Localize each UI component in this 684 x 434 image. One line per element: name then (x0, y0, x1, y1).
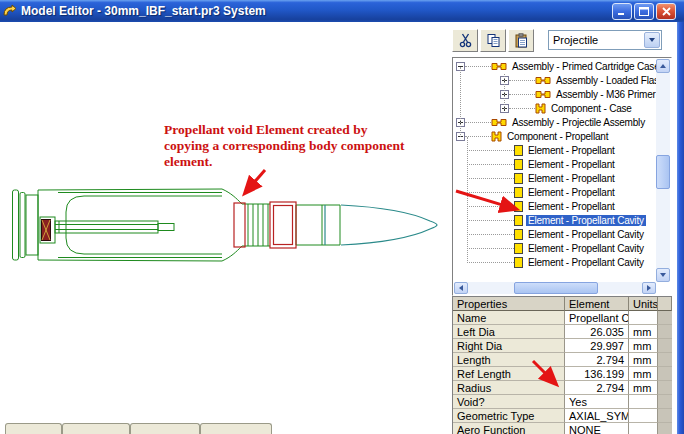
property-fill (658, 381, 672, 395)
property-name: Right Dia (453, 339, 565, 353)
property-fill (658, 353, 672, 367)
tree-item[interactable]: Assembly - Projectile Assembly (454, 115, 656, 129)
paste-button[interactable] (508, 29, 534, 52)
tree-item-label: Element - Propellant Cavity (526, 229, 646, 240)
tree-item[interactable]: Element - Propellant (454, 199, 656, 213)
property-units (629, 409, 658, 423)
tree-item[interactable]: Assembly - M36 Primer (454, 87, 656, 101)
property-units: mm (629, 353, 658, 367)
scroll-down-icon[interactable] (656, 268, 670, 282)
property-value[interactable]: AXIAL_SYMI (565, 409, 629, 423)
component-icon-wrap (491, 131, 502, 142)
tree-connector (467, 192, 514, 193)
model-type-dropdown[interactable]: Projectile (548, 30, 662, 50)
app-icon (2, 4, 17, 19)
minimize-button[interactable] (612, 3, 632, 20)
cut-icon (458, 33, 473, 48)
tree-item-label: Element - Propellant (526, 187, 617, 198)
property-fill (658, 325, 672, 339)
tree-item[interactable]: Element - Propellant (454, 143, 656, 157)
maximize-button[interactable] (634, 3, 654, 20)
cartridge-drawing-canvas[interactable] (0, 160, 450, 300)
assembly-icon-wrap (491, 117, 507, 128)
tree-item[interactable]: Element - Propellant Cavity (454, 227, 656, 241)
property-units: mm (629, 325, 658, 339)
bottom-tab[interactable] (200, 423, 272, 434)
tree-horizontal-scrollbar[interactable] (454, 282, 656, 294)
tree-connector (509, 108, 535, 109)
tree-item-label: Element - Propellant (526, 201, 617, 212)
annotation-line: Propellant void Element created by (164, 122, 464, 138)
close-button[interactable] (656, 3, 676, 20)
tree-item[interactable]: Element - Propellant (454, 157, 656, 171)
tree-connector (467, 150, 514, 151)
scrollbar-thumb[interactable] (656, 155, 670, 189)
property-value[interactable]: 136.199 (565, 367, 629, 381)
bottom-tab[interactable] (5, 423, 62, 434)
scroll-right-icon[interactable] (642, 282, 656, 294)
maximize-icon (639, 7, 649, 16)
highlighted-void-elements (234, 202, 296, 248)
tree-item[interactable]: Assembly - Loaded Flashtut (454, 73, 656, 87)
assembly-icon (491, 117, 507, 128)
component-icon (491, 131, 502, 142)
property-row: Radius2.794mm (453, 381, 672, 395)
chevron-down-icon[interactable] (644, 32, 660, 48)
element-icon-wrap (514, 257, 523, 268)
property-value[interactable]: Yes (565, 395, 629, 409)
property-units (629, 311, 658, 325)
component-icon-wrap (535, 103, 546, 114)
cut-button[interactable] (452, 29, 478, 52)
tree-item[interactable]: Element - Propellant Cavity (454, 241, 656, 255)
element-icon (514, 201, 523, 212)
scrollbar-thumb[interactable] (514, 282, 598, 294)
property-name: Left Dia (453, 325, 565, 339)
case-outline (13, 189, 341, 261)
property-name: Aero Function (453, 423, 565, 434)
right-panel: Projectile Assembly - Primed Cartridge C… (450, 22, 676, 434)
tree-item[interactable]: Component - Propellant (454, 129, 656, 143)
tree-vertical-scrollbar[interactable] (656, 59, 670, 282)
tree-item[interactable]: Assembly - Primed Cartridge Case A (454, 59, 656, 73)
tree-connector (467, 220, 514, 221)
property-value[interactable]: Propellant Ca (565, 311, 629, 325)
property-row: Length2.794mm (453, 353, 672, 367)
assembly-icon-wrap (535, 75, 551, 86)
tree-connector (467, 206, 514, 207)
property-fill (658, 311, 672, 325)
element-icon-wrap (514, 201, 523, 212)
title-bar[interactable]: Model Editor - 30mm_IBF_start.pr3 System (0, 0, 684, 22)
copy-icon (486, 33, 501, 48)
bottom-tab[interactable] (130, 423, 200, 434)
element-icon (514, 243, 523, 254)
tree-connector (467, 248, 514, 249)
bottom-tab[interactable] (62, 423, 130, 434)
scroll-up-icon[interactable] (656, 59, 670, 73)
property-value[interactable]: 29.997 (565, 339, 629, 353)
tree-item[interactable]: Component - Case (454, 101, 656, 115)
tree-connector (467, 262, 514, 263)
window-border (677, 22, 684, 434)
property-value[interactable]: 2.794 (565, 353, 629, 367)
tree-item-label: Element - Propellant (526, 159, 617, 170)
property-value[interactable]: 26.035 (565, 325, 629, 339)
element-icon (514, 215, 523, 226)
properties-header-row: PropertiesElementUnits (453, 297, 672, 311)
tree-item[interactable]: Element - Propellant (454, 185, 656, 199)
tree-item[interactable]: Element - Propellant Cavity (454, 255, 656, 269)
property-value[interactable]: NONE (565, 423, 629, 434)
bottom-tab-strip (0, 423, 345, 434)
property-fill (658, 423, 672, 434)
tree-connector (467, 164, 514, 165)
property-value[interactable]: 2.794 (565, 381, 629, 395)
tree-item[interactable]: Element - Propellant (454, 171, 656, 185)
annotation-text: Propellant void Element created by copyi… (164, 122, 464, 170)
element-icon (514, 229, 523, 240)
scroll-left-icon[interactable] (454, 282, 468, 294)
tree-connector (465, 136, 491, 137)
tree-connector (467, 234, 514, 235)
property-row: Right Dia29.997mm (453, 339, 672, 353)
tree-view: Assembly - Primed Cartridge Case AAssemb… (452, 57, 672, 296)
tree-item[interactable]: Element - Propellant Cavity (454, 213, 656, 227)
copy-button[interactable] (480, 29, 506, 52)
